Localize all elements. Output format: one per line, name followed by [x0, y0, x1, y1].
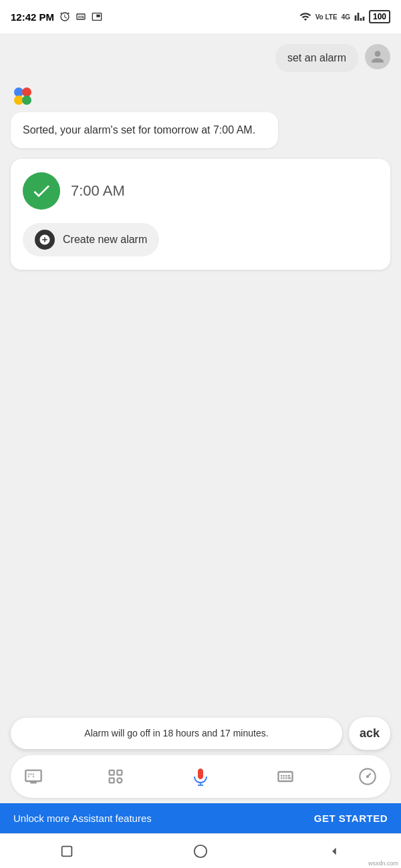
4g-badge: 4G: [342, 13, 350, 21]
volte-badge: Vo LTE: [315, 13, 338, 21]
svg-point-10: [367, 776, 368, 777]
assistant-response-text: Sorted, your alarm's set for tomorrow at…: [23, 124, 255, 136]
ack-bubble[interactable]: ack: [349, 717, 390, 750]
back-icon: [327, 844, 342, 859]
person-icon: [370, 49, 385, 64]
svg-point-7: [117, 778, 122, 783]
signal-icon: [354, 11, 365, 22]
wifi-icon: [299, 11, 311, 23]
back-button[interactable]: [321, 838, 348, 865]
pip-icon: [92, 11, 102, 22]
status-right: Vo LTE 4G 100: [299, 10, 390, 23]
svg-point-2: [14, 95, 23, 105]
alarm-plus-icon: [35, 230, 55, 250]
ack-text: ack: [360, 726, 380, 740]
status-time: 12:42 PM: [11, 11, 54, 23]
svg-point-0: [14, 87, 23, 97]
nav-bar: [0, 833, 401, 868]
status-bar: 12:42 PM Vo LTE 4G 100: [0, 0, 401, 33]
checkmark-icon: [31, 180, 52, 202]
add-icon: [39, 234, 51, 246]
svg-rect-6: [110, 778, 114, 783]
svg-point-12: [194, 845, 207, 857]
keyboard-input-icon[interactable]: [273, 765, 297, 789]
lens-icon[interactable]: [104, 765, 128, 789]
svg-point-3: [22, 95, 31, 105]
banner-text: Unlock more Assistant features: [13, 813, 152, 824]
media-icon[interactable]: [21, 765, 45, 789]
recents-icon: [59, 844, 74, 859]
svg-rect-4: [110, 771, 114, 775]
tv-icon: [24, 767, 43, 786]
google-assistant-logo: [11, 83, 390, 107]
mic-button[interactable]: [186, 762, 215, 791]
user-avatar: [365, 44, 390, 69]
microphone-icon: [188, 765, 213, 789]
alarm-card: 7:00 AM Create new alarm: [11, 159, 390, 270]
keyboard-icon-input: [276, 767, 295, 786]
create-alarm-label: Create new alarm: [63, 234, 147, 246]
chat-area: set an alarm Sorted, your alarm's set fo…: [0, 33, 401, 661]
user-bubble: set an alarm: [275, 44, 358, 72]
user-message-row: set an alarm: [11, 44, 390, 72]
compass-icon[interactable]: [356, 765, 380, 789]
user-message-text: set an alarm: [287, 52, 346, 63]
assistant-bubble: Sorted, your alarm's set for tomorrow at…: [11, 112, 278, 148]
google-dots-icon: [11, 83, 35, 107]
assistant-response-section: Sorted, your alarm's set for tomorrow at…: [11, 83, 390, 148]
status-left: 12:42 PM: [11, 11, 102, 23]
notification-row: Alarm will go off in 18 hours and 17 min…: [0, 717, 401, 750]
home-button[interactable]: [187, 838, 214, 865]
input-bar: [11, 755, 390, 798]
recents-button[interactable]: [53, 838, 80, 865]
svg-rect-5: [117, 771, 122, 775]
battery-indicator: 100: [369, 10, 390, 23]
create-alarm-button[interactable]: Create new alarm: [23, 223, 159, 256]
alarm-time-row: 7:00 AM: [23, 172, 378, 210]
watermark: wsxdn.com: [368, 860, 398, 867]
scan-icon: [106, 767, 125, 786]
alarm-check-icon: [23, 172, 60, 210]
svg-point-1: [22, 87, 31, 97]
alarm-time-text: 7:00 AM: [71, 182, 125, 200]
banner-cta[interactable]: GET STARTED: [314, 813, 388, 824]
svg-rect-11: [62, 846, 72, 856]
keyboard-icon: [76, 11, 86, 22]
compass-discover-icon: [358, 767, 377, 786]
assistant-banner[interactable]: Unlock more Assistant features GET START…: [0, 803, 401, 833]
home-icon: [193, 844, 208, 859]
alarm-notification-text: Alarm will go off in 18 hours and 17 min…: [84, 728, 268, 738]
alarm-notification-bubble: Alarm will go off in 18 hours and 17 min…: [11, 718, 342, 750]
bottom-area: Alarm will go off in 18 hours and 17 min…: [0, 717, 401, 868]
alarm-clock-icon: [59, 11, 70, 22]
